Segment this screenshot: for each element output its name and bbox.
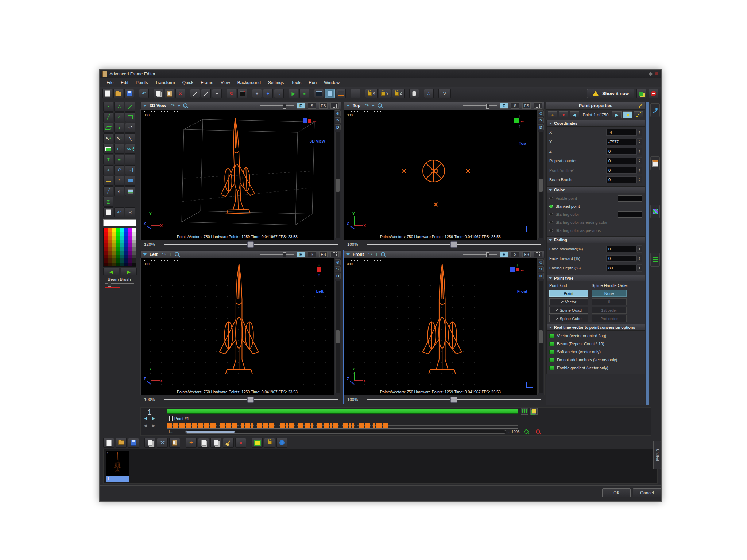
depth-button[interactable]: D [335, 124, 341, 130]
stop-output-button[interactable] [649, 89, 658, 98]
palette-color-cell[interactable] [108, 262, 112, 267]
palette-color-cell[interactable] [124, 236, 128, 240]
signal-button[interactable]: ≈ [351, 89, 360, 98]
slider-thumb[interactable] [283, 252, 286, 257]
palette-color-cell[interactable] [124, 243, 128, 247]
scrollbar-thumb[interactable] [539, 330, 543, 343]
depth-button[interactable]: D [538, 273, 544, 279]
section-coordinates[interactable]: Coordinates [546, 120, 645, 127]
palette-gray-cell[interactable] [132, 232, 136, 236]
transform-points-tool[interactable]: F+ [114, 144, 124, 154]
palette-color-cell[interactable] [112, 247, 116, 251]
spinner[interactable]: ▲▼ [637, 245, 642, 253]
ellipse-tool[interactable]: ○ [114, 112, 124, 122]
palette-color-cell[interactable] [120, 232, 124, 236]
palette-color-cell[interactable] [128, 243, 132, 247]
viewport-canvas-left[interactable]: 300 ↓ ↑ Left Y X Z [140, 258, 334, 395]
palette-color-cell[interactable] [104, 255, 108, 259]
paste-frame-button[interactable] [169, 438, 180, 448]
palette-color-cell[interactable] [104, 228, 108, 232]
palette-color-cell[interactable] [108, 247, 112, 251]
spinner[interactable]: ▲▼ [637, 138, 642, 145]
starting-color-option[interactable]: Starting color [549, 210, 642, 218]
edit-mode-button[interactable]: E [297, 251, 305, 257]
palette-color-cell[interactable] [120, 258, 124, 262]
single-point-button[interactable] [623, 111, 632, 118]
vertical-scrollbar[interactable] [538, 281, 543, 393]
vector-flag-option[interactable]: Vector (vector oriented flag) [549, 332, 642, 340]
baseline-tool[interactable]: ∟ [125, 155, 135, 164]
edit-mode-button[interactable]: E [297, 102, 305, 109]
palette-gray-cell[interactable] [132, 240, 136, 244]
palette-color-cell[interactable] [104, 232, 108, 236]
repeat-counter-field[interactable]: 0 [606, 158, 637, 164]
next-color-button[interactable]: ▶ [121, 268, 137, 275]
palette-color-cell[interactable] [104, 243, 108, 247]
paint-fill-tool[interactable]: ▬ [103, 176, 113, 186]
es-mode-button[interactable]: ES [319, 251, 328, 257]
depth-button[interactable]: D [538, 124, 544, 130]
vertical-scrollbar[interactable] [335, 281, 340, 393]
lock-frame-button[interactable] [264, 438, 275, 448]
orientation-gizmo[interactable]: ↓ ↑ [317, 262, 321, 277]
menu-edit[interactable]: Edit [117, 79, 132, 86]
select-subtract-tool[interactable]: ↖− [114, 133, 124, 143]
checkbox-icon[interactable] [549, 358, 554, 362]
header-slider[interactable] [260, 105, 294, 106]
enable-gradient-option[interactable]: Enable gradient (vector only) [549, 364, 642, 372]
text-tool[interactable]: T [103, 155, 113, 164]
palette-color-cell[interactable] [124, 258, 128, 262]
orbit-icon[interactable]: ↷ [368, 252, 372, 257]
save-button[interactable] [124, 89, 134, 98]
soft-anchor-option[interactable]: Soft anchor (vector only) [549, 348, 642, 356]
menu-background[interactable]: Background [234, 79, 264, 86]
orbit-icon[interactable]: ↷ [171, 103, 175, 108]
spinner[interactable]: ▲▼ [637, 167, 642, 174]
palette-color-cell[interactable] [108, 258, 112, 262]
palette-color-cell[interactable] [128, 262, 132, 267]
palette-color-cell[interactable] [116, 247, 120, 251]
window-close-icon[interactable] [655, 72, 658, 75]
section-color[interactable]: Color [546, 187, 645, 193]
laser-output-button[interactable] [336, 89, 346, 98]
options-icon[interactable]: ⊛ [335, 110, 341, 116]
pan-icon[interactable]: + [178, 103, 181, 108]
numpad-button[interactable] [237, 89, 247, 98]
checkbox-icon[interactable] [549, 350, 554, 354]
palette-color-cell[interactable] [112, 258, 116, 262]
beam-brush-field[interactable]: 0 [606, 176, 637, 183]
kind-spline-quad-button[interactable]: Spline Quad [549, 307, 588, 314]
slider-thumb[interactable] [450, 241, 457, 248]
preview-monitor-button[interactable] [314, 89, 324, 98]
viewport-canvas-3d[interactable]: 300 ↓ ← 3D View [140, 109, 334, 240]
palette-color-cell[interactable] [116, 232, 120, 236]
palette-color-cell[interactable] [120, 240, 124, 244]
magic-wand-tool[interactable]: ∵? [125, 123, 135, 133]
palette-color-cell[interactable] [112, 262, 116, 267]
new-button[interactable] [102, 89, 112, 98]
x-value-field[interactable]: -4 [606, 129, 637, 136]
palette-color-cell[interactable] [116, 262, 120, 267]
options-icon[interactable]: ⊛ [335, 259, 341, 265]
fade-backward-field[interactable]: 0 [606, 246, 637, 252]
palette-color-cell[interactable] [124, 247, 128, 251]
scrollbar-thumb[interactable] [539, 179, 543, 192]
palette-color-cell[interactable] [124, 240, 128, 244]
collapse-icon[interactable] [346, 253, 350, 256]
palette-color-cell[interactable] [108, 240, 112, 244]
scrollbar-thumb[interactable] [186, 431, 235, 433]
starting-color-swatch[interactable] [618, 211, 642, 218]
palette-color-cell[interactable] [128, 255, 132, 259]
palette-color-cell[interactable] [108, 251, 112, 255]
cut-frame-button[interactable] [157, 438, 168, 448]
radio-icon[interactable] [549, 221, 553, 224]
slider-thumb[interactable] [450, 397, 457, 403]
snap-points-button[interactable]: ∴ [424, 89, 434, 98]
no-anchors-option[interactable]: Do not add anchors (vectors only) [549, 356, 642, 364]
invert-colors-tool[interactable]: ◐ [114, 186, 124, 196]
zoom-icon[interactable] [378, 103, 382, 108]
polygon-tool[interactable] [103, 123, 113, 133]
palette-gray-cell[interactable] [132, 236, 136, 240]
palette-gray-cell[interactable] [132, 262, 136, 267]
palette-color-cell[interactable] [104, 251, 108, 255]
